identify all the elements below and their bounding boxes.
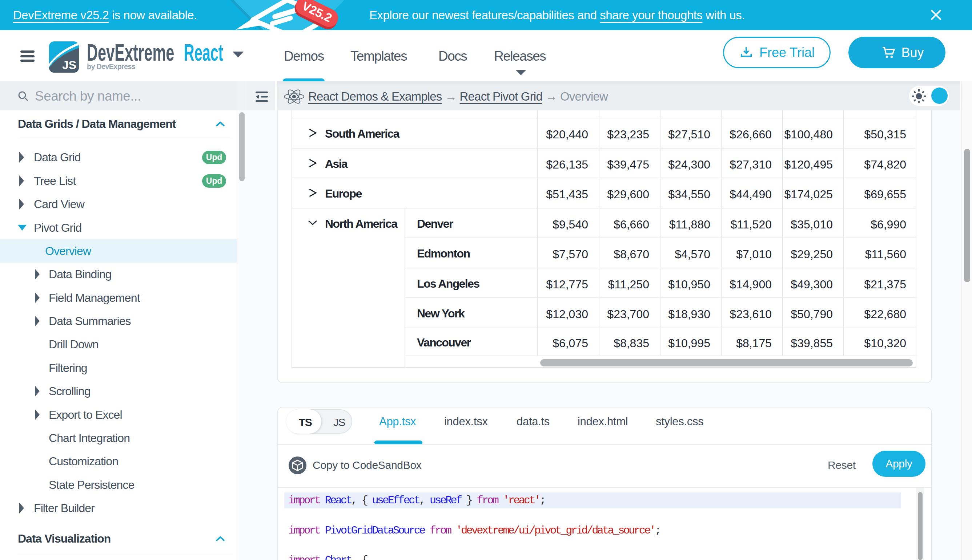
svg-text:JS: JS <box>62 58 76 72</box>
